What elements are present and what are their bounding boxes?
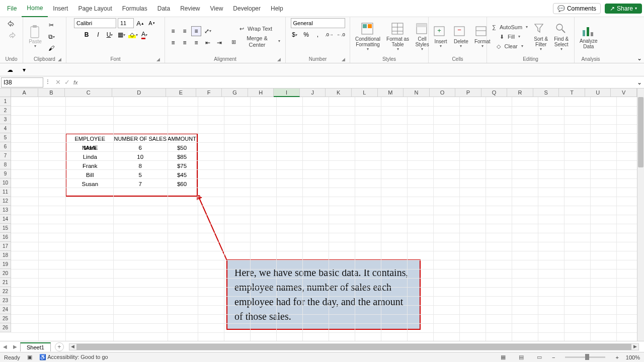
- row-headers[interactable]: 1234567891011121314151617181920212223242…: [0, 97, 11, 332]
- row-header-12[interactable]: 12: [0, 197, 11, 206]
- namebox-dropdown[interactable]: ⠇: [44, 78, 53, 86]
- tab-review[interactable]: Review: [175, 0, 205, 17]
- decrease-decimal-button[interactable]: ←.0: [336, 30, 346, 40]
- font-size-select[interactable]: [118, 18, 134, 28]
- row-header-1[interactable]: 1: [0, 97, 11, 106]
- row-header-5[interactable]: 5: [0, 133, 11, 142]
- percent-button[interactable]: %: [301, 30, 311, 40]
- col-header-G[interactable]: G: [222, 88, 248, 97]
- align-left-button[interactable]: ≡: [168, 38, 178, 48]
- row-header-23[interactable]: 23: [0, 296, 11, 305]
- underline-button[interactable]: U▾: [105, 30, 115, 40]
- col-header-I[interactable]: I: [274, 88, 300, 97]
- row-header-8[interactable]: 8: [0, 160, 11, 169]
- row-header-10[interactable]: 10: [0, 178, 11, 188]
- hscroll-thumb[interactable]: [76, 344, 631, 350]
- increase-decimal-button[interactable]: .0→: [325, 30, 335, 40]
- view-page-break-button[interactable]: ▭: [534, 354, 545, 360]
- merge-center-button[interactable]: ⊞ Merge & Center ▾: [229, 34, 282, 48]
- bold-button[interactable]: B: [82, 30, 92, 40]
- row-header-2[interactable]: 2: [0, 106, 11, 115]
- qa-dropdown[interactable]: ▾: [19, 65, 29, 75]
- tab-developer[interactable]: Developer: [228, 0, 266, 17]
- col-header-T[interactable]: T: [559, 88, 585, 97]
- row-header-11[interactable]: 11: [0, 188, 11, 197]
- format-painter-button[interactable]: 🖌: [46, 43, 56, 53]
- row-header-24[interactable]: 24: [0, 305, 11, 314]
- row-header-25[interactable]: 25: [0, 314, 11, 323]
- italic-button[interactable]: I: [93, 30, 103, 40]
- align-center-button[interactable]: ≡: [180, 38, 190, 48]
- tab-help[interactable]: Help: [266, 0, 288, 17]
- font-dialog-launcher[interactable]: ◢: [155, 57, 160, 62]
- col-header-L[interactable]: L: [352, 88, 378, 97]
- paste-button[interactable]: Paste ▾: [26, 24, 44, 50]
- collapse-ribbon-button[interactable]: ⌄: [637, 55, 642, 62]
- col-header-Q[interactable]: Q: [481, 88, 508, 97]
- cancel-formula-button[interactable]: ✕: [53, 78, 62, 86]
- font-color-button[interactable]: A▾: [139, 30, 149, 40]
- row-header-19[interactable]: 19: [0, 260, 11, 269]
- col-header-S[interactable]: S: [533, 88, 559, 97]
- vertical-scrollbar[interactable]: [637, 88, 644, 341]
- comments-button[interactable]: 💬 Comments: [553, 3, 601, 14]
- font-name-select[interactable]: [74, 18, 116, 28]
- align-bottom-button[interactable]: ≡: [191, 26, 201, 36]
- sort-filter-button[interactable]: Sort & Filter▾: [532, 21, 550, 53]
- select-all-corner[interactable]: [0, 88, 11, 97]
- find-select-button[interactable]: Find & Select▾: [552, 21, 571, 53]
- col-header-H[interactable]: H: [248, 88, 274, 97]
- row-header-14[interactable]: 14: [0, 215, 11, 224]
- tab-file[interactable]: File: [2, 0, 22, 17]
- hscroll-left[interactable]: ◀: [69, 344, 76, 350]
- tab-page-layout[interactable]: Page Layout: [73, 0, 117, 17]
- redo-button[interactable]: [7, 30, 17, 40]
- macro-record-icon[interactable]: ▣: [27, 354, 32, 360]
- row-header-3[interactable]: 3: [0, 115, 11, 124]
- copy-button[interactable]: ⧉▾: [46, 32, 56, 42]
- autosum-button[interactable]: ∑ AutoSum ▾: [490, 23, 530, 31]
- clipboard-dialog-launcher[interactable]: ◢: [57, 57, 62, 62]
- formula-input[interactable]: [80, 77, 635, 88]
- insert-cells-button[interactable]: +Insert▾: [432, 24, 450, 50]
- row-header-21[interactable]: 21: [0, 278, 11, 287]
- col-header-M[interactable]: M: [378, 88, 404, 97]
- col-header-R[interactable]: R: [507, 88, 533, 97]
- row-header-17[interactable]: 17: [0, 242, 11, 251]
- zoom-level[interactable]: 100%: [626, 354, 640, 360]
- col-header-K[interactable]: K: [326, 88, 352, 97]
- increase-indent-button[interactable]: ⇥: [214, 38, 224, 48]
- alignment-dialog-launcher[interactable]: ◢: [276, 57, 281, 62]
- comma-button[interactable]: ,: [313, 30, 323, 40]
- zoom-in-button[interactable]: +: [615, 354, 618, 360]
- decrease-indent-button[interactable]: ⇤: [203, 38, 213, 48]
- align-right-button[interactable]: ≡: [191, 38, 201, 48]
- row-header-18[interactable]: 18: [0, 251, 11, 260]
- col-header-V[interactable]: V: [611, 88, 637, 97]
- analyze-data-button[interactable]: Analyze Data: [578, 23, 600, 50]
- scroll-thumb[interactable]: [638, 97, 643, 167]
- view-page-layout-button[interactable]: ▤: [516, 354, 527, 360]
- horizontal-scrollbar[interactable]: ◀ ▶: [69, 343, 639, 350]
- align-middle-button[interactable]: ≡: [180, 26, 190, 36]
- fill-button[interactable]: ⬇ Fill ▾: [490, 33, 530, 41]
- name-box[interactable]: [1, 77, 43, 87]
- col-header-C[interactable]: C: [65, 88, 112, 97]
- row-header-6[interactable]: 6: [0, 142, 11, 151]
- hscroll-right[interactable]: ▶: [631, 344, 638, 350]
- col-header-A[interactable]: A: [11, 88, 38, 97]
- wrap-text-button[interactable]: ↩ Wrap Text: [229, 25, 282, 33]
- col-header-N[interactable]: N: [404, 88, 430, 97]
- add-sheet-button[interactable]: +: [55, 342, 64, 351]
- col-header-D[interactable]: D: [112, 88, 166, 97]
- tab-data[interactable]: Data: [152, 0, 175, 17]
- increase-font-button[interactable]: A▲: [135, 18, 145, 28]
- row-header-26[interactable]: 26: [0, 323, 11, 332]
- fx-icon[interactable]: fx: [71, 79, 80, 85]
- align-top-button[interactable]: ≡: [168, 26, 178, 36]
- col-header-B[interactable]: B: [38, 88, 65, 97]
- expand-formula-bar[interactable]: ⌄: [635, 79, 644, 86]
- col-header-O[interactable]: O: [430, 88, 456, 97]
- enter-formula-button[interactable]: ✓: [62, 78, 71, 86]
- spreadsheet-grid[interactable]: ABCDEFGHIJKLMNOPQRSTUV 12345678910111213…: [0, 88, 644, 341]
